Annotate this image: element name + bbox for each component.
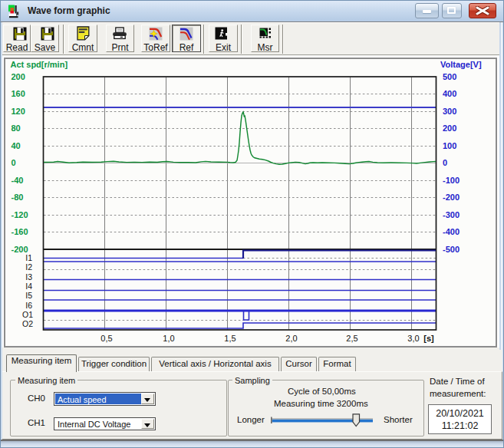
svg-text:200: 200 xyxy=(443,124,456,133)
svg-text:-80: -80 xyxy=(12,193,24,202)
svg-text:2,5: 2,5 xyxy=(346,334,357,343)
svg-text:3,0: 3,0 xyxy=(407,334,419,343)
svg-text:100: 100 xyxy=(443,141,456,150)
svg-text:I4: I4 xyxy=(25,282,32,291)
svg-text:[s]: [s] xyxy=(423,334,434,343)
svg-text:400: 400 xyxy=(443,89,456,98)
svg-text:-100: -100 xyxy=(443,176,460,185)
svg-text:Act spd[r/min]: Act spd[r/min] xyxy=(11,60,68,69)
svg-text:1,5: 1,5 xyxy=(224,334,236,343)
svg-text:I3: I3 xyxy=(25,272,32,282)
svg-text:-40: -40 xyxy=(12,176,24,185)
svg-text:I1: I1 xyxy=(25,253,32,262)
svg-text:0: 0 xyxy=(443,158,447,167)
svg-text:1,0: 1,0 xyxy=(163,334,174,343)
svg-text:-300: -300 xyxy=(443,210,460,219)
svg-text:-200: -200 xyxy=(12,245,28,254)
svg-text:O1: O1 xyxy=(22,310,33,319)
svg-text:2,0: 2,0 xyxy=(285,334,297,343)
svg-text:80: 80 xyxy=(12,124,21,133)
svg-text:0: 0 xyxy=(12,158,16,167)
svg-text:-160: -160 xyxy=(12,227,28,236)
svg-text:I6: I6 xyxy=(25,301,32,310)
svg-text:-200: -200 xyxy=(443,193,460,202)
svg-text:200: 200 xyxy=(12,72,25,81)
svg-text:O2: O2 xyxy=(22,319,33,328)
svg-text:-500: -500 xyxy=(443,245,460,254)
svg-text:500: 500 xyxy=(443,72,456,81)
svg-text:300: 300 xyxy=(443,107,456,116)
svg-text:120: 120 xyxy=(12,107,25,116)
svg-text:0,5: 0,5 xyxy=(100,334,112,343)
svg-text:-400: -400 xyxy=(443,227,460,236)
svg-text:I5: I5 xyxy=(25,291,32,300)
svg-text:40: 40 xyxy=(12,141,21,150)
svg-text:-120: -120 xyxy=(12,210,28,219)
svg-text:I2: I2 xyxy=(25,262,32,272)
svg-text:160: 160 xyxy=(12,89,25,98)
svg-text:Voltage[V]: Voltage[V] xyxy=(440,60,482,69)
